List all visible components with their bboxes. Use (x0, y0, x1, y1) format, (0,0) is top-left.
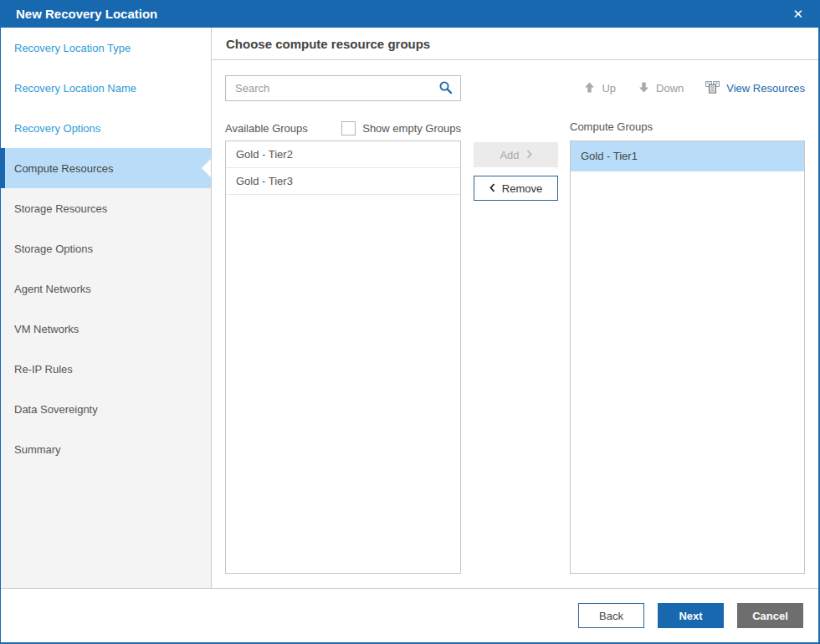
wizard-steps-sidebar: Recovery Location Type Recovery Location… (1, 28, 212, 588)
down-label: Down (656, 82, 684, 95)
sidebar-item-label: Re-IP Rules (14, 363, 73, 376)
show-empty-checkbox[interactable] (341, 121, 356, 135)
up-button[interactable]: Up (583, 81, 616, 96)
sidebar-item-recovery-location-type[interactable]: Recovery Location Type (1, 28, 211, 68)
remove-button[interactable]: Remove (474, 176, 558, 201)
list-toolbar: Up Down (583, 75, 805, 101)
show-empty-label: Show empty Groups (362, 122, 461, 135)
search-icon[interactable] (438, 80, 454, 99)
back-button[interactable]: Back (578, 603, 644, 628)
sidebar-item-data-sovereignty: Data Sovereignty (1, 389, 211, 429)
sidebar-item-label: Recovery Location Name (14, 82, 136, 95)
list-item[interactable]: Gold - Tier3 (226, 168, 460, 195)
chevron-right-icon (526, 149, 532, 161)
new-recovery-location-dialog: New Recovery Location ✕ Recovery Locatio… (0, 0, 820, 644)
sidebar-item-label: Data Sovereignty (14, 403, 98, 416)
sidebar-item-compute-resources[interactable]: Compute Resources (1, 148, 211, 188)
available-groups-list: Gold - Tier2 Gold - Tier3 (225, 141, 461, 574)
sidebar-item-summary: Summary (1, 429, 211, 469)
view-resources-label: View Resources (726, 82, 805, 95)
search-box (225, 75, 461, 101)
remove-label: Remove (502, 182, 542, 195)
sidebar-item-re-ip-rules: Re-IP Rules (1, 349, 211, 389)
cancel-button[interactable]: Cancel (737, 603, 803, 628)
sidebar-item-label: Recovery Options (14, 122, 100, 135)
sidebar-filler (1, 469, 211, 588)
sidebar-item-recovery-location-name[interactable]: Recovery Location Name (1, 68, 211, 108)
sidebar-item-agent-networks: Agent Networks (1, 268, 211, 309)
sidebar-item-label: Agent Networks (14, 283, 91, 295)
sidebar-item-label: Storage Options (14, 243, 93, 255)
next-button[interactable]: Next (658, 603, 724, 628)
resources-icon (705, 81, 720, 96)
sidebar-item-storage-resources: Storage Resources (1, 188, 211, 228)
titlebar: New Recovery Location ✕ (1, 0, 818, 28)
up-label: Up (602, 82, 616, 95)
sidebar-item-vm-networks: VM Networks (1, 309, 211, 349)
window-title: New Recovery Location (16, 7, 157, 21)
sidebar-item-recovery-options[interactable]: Recovery Options (1, 108, 211, 148)
page-title-bar: Choose compute resource groups (212, 28, 818, 60)
sidebar-item-label: Summary (14, 443, 61, 456)
sidebar-item-label: Storage Resources (14, 202, 107, 215)
show-empty-groups-toggle[interactable]: Show empty Groups (341, 121, 461, 135)
page-title: Choose compute resource groups (226, 37, 430, 51)
chevron-left-icon (489, 182, 495, 195)
arrow-down-icon (638, 81, 650, 96)
content-body: Up Down (212, 60, 818, 588)
sidebar-item-label: Compute Resources (14, 162, 114, 175)
available-groups-label: Available Groups (225, 122, 308, 135)
close-icon[interactable]: ✕ (792, 8, 803, 20)
footer-bar: Back Next Cancel (1, 588, 818, 642)
add-button[interactable]: Add (474, 142, 558, 167)
content-panel: Choose compute resource groups (212, 28, 818, 588)
list-item-selected[interactable]: Gold - Tier1 (571, 141, 804, 171)
search-input[interactable] (225, 75, 461, 101)
add-label: Add (500, 149, 519, 161)
available-groups-header: Available Groups Show empty Groups (225, 120, 461, 135)
compute-groups-list: Gold - Tier1 (570, 141, 805, 574)
sidebar-item-storage-options: Storage Options (1, 228, 211, 268)
view-resources-button[interactable]: View Resources (705, 81, 805, 96)
compute-groups-label: Compute Groups (570, 120, 653, 133)
sidebar-item-label: VM Networks (14, 323, 79, 335)
down-button[interactable]: Down (638, 81, 684, 96)
sidebar-item-label: Recovery Location Type (14, 42, 131, 54)
arrow-up-icon (583, 81, 596, 96)
list-item[interactable]: Gold - Tier2 (226, 141, 460, 168)
